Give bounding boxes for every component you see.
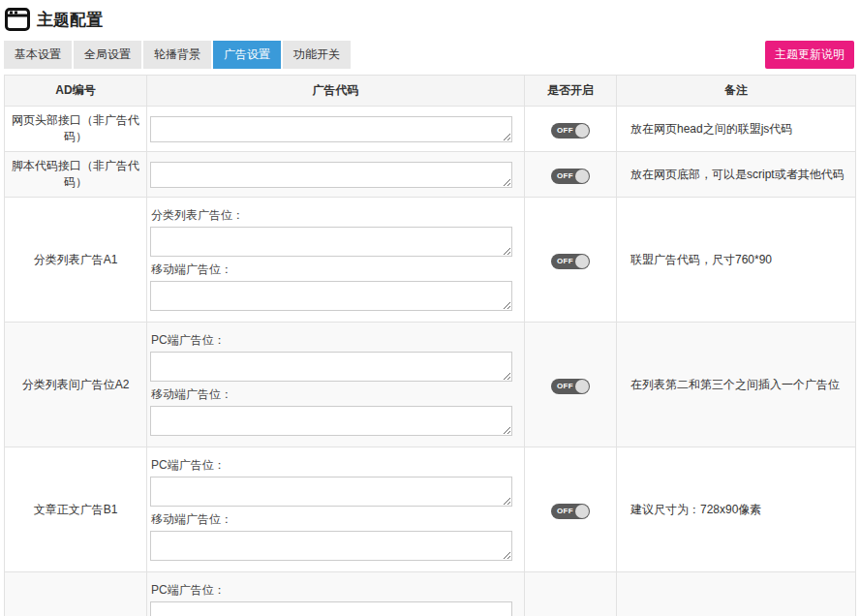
toggle-state-label: OFF xyxy=(557,254,573,269)
theme-update-notes-button[interactable]: 主题更新说明 xyxy=(765,41,854,69)
remark-cell: 建议尺寸为：728x90像素 xyxy=(617,447,856,572)
ad-slot-label: PC端广告位： xyxy=(151,331,512,349)
ad-name-cell: 网页头部接口（非广告代码） xyxy=(5,107,147,152)
tab-ad-settings[interactable]: 广告设置 xyxy=(213,41,281,69)
table-header: AD编号 广告代码 是否开启 备注 xyxy=(5,76,856,107)
off-toggle[interactable]: OFF xyxy=(551,504,590,519)
toggle-knob xyxy=(575,169,589,183)
off-toggle[interactable]: OFF xyxy=(551,169,590,184)
ad-name-cell: 脚本代码接口（非广告代码） xyxy=(5,152,147,198)
ad-slot-label: PC端广告位： xyxy=(151,581,512,599)
table-row: 分类列表间广告位A2PC端广告位：移动端广告位：OFF在列表第二和第三个之间插入… xyxy=(5,323,856,447)
ad-code-textarea[interactable] xyxy=(150,116,512,142)
table-row: 分类列表广告A1分类列表广告位：移动端广告位：OFF联盟广告代码，尺寸760*9… xyxy=(5,198,856,323)
header-enabled: 是否开启 xyxy=(525,76,617,107)
ad-name-cell: 分类列表广告A1 xyxy=(5,198,147,323)
toggle-state-label: OFF xyxy=(557,169,573,184)
ad-config-table: AD编号 广告代码 是否开启 备注 网页头部接口（非广告代码）OFF放在网页he… xyxy=(4,75,856,616)
remark-cell: 建议尺寸为：728x90像素 xyxy=(617,572,856,616)
table-row: 网页头部接口（非广告代码）OFF放在网页head之间的联盟js代码 xyxy=(5,107,856,152)
tab-feature-switches[interactable]: 功能开关 xyxy=(283,41,351,69)
table-row: 文章正文广告B1PC端广告位：移动端广告位：OFF建议尺寸为：728x90像素 xyxy=(5,447,856,572)
page-title: 主题配置 xyxy=(37,9,103,31)
window-icon xyxy=(5,8,30,31)
toggle-state-label: OFF xyxy=(557,123,573,139)
remark-cell: 放在网页底部，可以是script或者其他代码 xyxy=(617,152,856,198)
ad-code-textarea[interactable] xyxy=(150,227,512,257)
toggle-knob xyxy=(575,255,589,268)
remark-cell: 在列表第二和第三个之间插入一个广告位 xyxy=(617,323,856,447)
table-body: 网页头部接口（非广告代码）OFF放在网页head之间的联盟js代码脚本代码接口（… xyxy=(5,107,856,616)
ad-code-cell: 分类列表广告位：移动端广告位： xyxy=(147,198,525,323)
toggle-knob xyxy=(575,124,589,138)
toggle-knob xyxy=(575,505,589,518)
ad-slot-label: PC端广告位： xyxy=(151,456,512,474)
ad-code-cell xyxy=(147,107,525,152)
tab-carousel-background[interactable]: 轮播背景 xyxy=(143,41,211,69)
header-ad-id: AD编号 xyxy=(5,76,147,107)
toggle-cell: OFF xyxy=(525,198,617,323)
ad-slot-label: 分类列表广告位： xyxy=(151,206,512,224)
toggle-state-label: OFF xyxy=(557,379,573,394)
toggle-knob xyxy=(575,380,589,393)
ad-name-cell: 相关推荐广告B2 xyxy=(5,572,147,616)
ad-name-cell: 文章正文广告B1 xyxy=(5,447,147,572)
off-toggle[interactable]: OFF xyxy=(551,123,590,139)
ad-code-textarea[interactable] xyxy=(150,531,512,561)
ad-slot-label: 移动端广告位： xyxy=(151,510,512,528)
toggle-cell: OFF xyxy=(525,107,617,152)
remark-cell: 放在网页head之间的联盟js代码 xyxy=(617,107,856,152)
ad-code-cell: PC端广告位：移动端广告位： xyxy=(147,323,525,447)
ad-code-textarea[interactable] xyxy=(150,601,512,616)
remark-cell: 联盟广告代码，尺寸760*90 xyxy=(617,198,856,323)
off-toggle[interactable]: OFF xyxy=(551,379,590,394)
ad-code-textarea[interactable] xyxy=(150,162,512,188)
ad-slot-label: 移动端广告位： xyxy=(151,385,512,403)
ad-slot-label: 移动端广告位： xyxy=(151,261,512,278)
toggle-state-label: OFF xyxy=(557,504,573,519)
ad-code-textarea[interactable] xyxy=(150,352,512,382)
toggle-cell: OFF xyxy=(525,152,617,198)
tab-bar: 基本设置 全局设置 轮播背景 广告设置 功能开关 主题更新说明 xyxy=(4,41,856,69)
table-row: 脚本代码接口（非广告代码）OFF放在网页底部，可以是script或者其他代码 xyxy=(5,152,856,198)
tab-basic-settings[interactable]: 基本设置 xyxy=(4,41,72,69)
ad-name-cell: 分类列表间广告位A2 xyxy=(5,323,147,447)
tab-global-settings[interactable]: 全局设置 xyxy=(74,41,141,69)
toggle-cell: OFF xyxy=(525,572,617,616)
ad-code-cell: PC端广告位：移动端广告位： xyxy=(147,572,525,616)
ad-code-textarea[interactable] xyxy=(150,477,512,507)
toggle-cell: OFF xyxy=(525,447,617,572)
header-remark: 备注 xyxy=(617,76,856,107)
ad-code-textarea[interactable] xyxy=(150,281,512,311)
ad-code-textarea[interactable] xyxy=(150,406,512,436)
theme-config-page: 主题配置 基本设置 全局设置 轮播背景 广告设置 功能开关 主题更新说明 AD编… xyxy=(0,0,860,616)
ad-code-cell xyxy=(147,152,525,198)
page-header: 主题配置 xyxy=(4,4,856,39)
table-row: 相关推荐广告B2PC端广告位：移动端广告位：OFF建议尺寸为：728x90像素 xyxy=(5,572,856,616)
ad-code-cell: PC端广告位：移动端广告位： xyxy=(147,447,525,572)
toggle-cell: OFF xyxy=(525,323,617,447)
off-toggle[interactable]: OFF xyxy=(551,254,590,269)
header-ad-code: 广告代码 xyxy=(147,76,525,107)
